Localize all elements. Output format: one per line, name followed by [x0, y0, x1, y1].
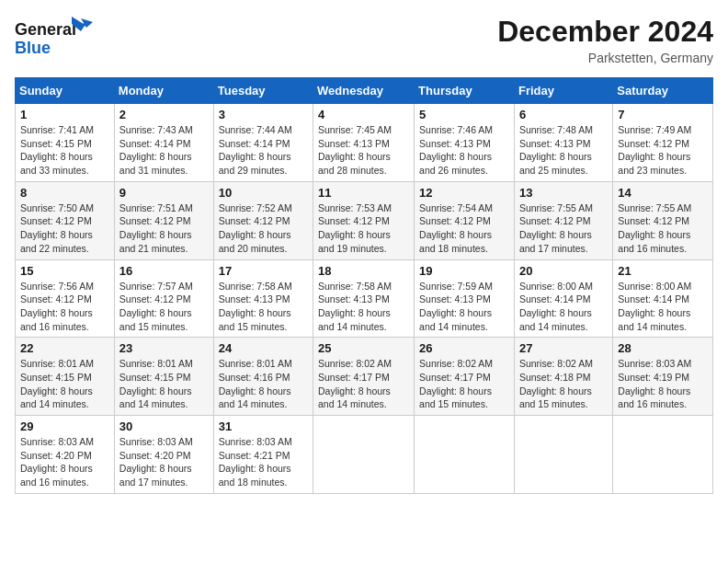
day-number: 19	[419, 264, 509, 278]
calendar-cell: 6Sunrise: 7:48 AMSunset: 4:13 PMDaylight…	[514, 104, 612, 182]
calendar-cell: 11Sunrise: 7:53 AMSunset: 4:12 PMDayligh…	[313, 181, 415, 259]
calendar-week-row: 8Sunrise: 7:50 AMSunset: 4:12 PMDaylight…	[16, 181, 713, 259]
day-info: Sunrise: 7:45 AMSunset: 4:13 PMDaylight:…	[318, 123, 409, 178]
location: Parkstetten, Germany	[497, 51, 713, 65]
calendar-cell: 14Sunrise: 7:55 AMSunset: 4:12 PMDayligh…	[613, 181, 713, 259]
day-info: Sunrise: 7:52 AMSunset: 4:12 PMDaylight:…	[219, 201, 308, 256]
day-number: 7	[618, 108, 708, 121]
day-number: 3	[219, 108, 308, 121]
day-info: Sunrise: 8:01 AMSunset: 4:15 PMDaylight:…	[20, 357, 109, 411]
day-info: Sunrise: 7:53 AMSunset: 4:12 PMDaylight:…	[318, 201, 409, 256]
calendar-cell: 3Sunrise: 7:44 AMSunset: 4:14 PMDaylight…	[213, 104, 313, 182]
day-info: Sunrise: 7:59 AMSunset: 4:13 PMDaylight:…	[419, 280, 509, 334]
svg-text:General: General	[15, 20, 76, 39]
day-info: Sunrise: 7:50 AMSunset: 4:12 PMDaylight:…	[20, 201, 109, 256]
calendar-cell: 21Sunrise: 8:00 AMSunset: 4:14 PMDayligh…	[613, 259, 713, 338]
calendar-cell: 20Sunrise: 8:00 AMSunset: 4:14 PMDayligh…	[514, 259, 612, 338]
calendar-cell	[313, 416, 415, 494]
calendar-cell: 25Sunrise: 8:02 AMSunset: 4:17 PMDayligh…	[313, 338, 415, 416]
calendar-week-row: 22Sunrise: 8:01 AMSunset: 4:15 PMDayligh…	[16, 338, 713, 416]
day-info: Sunrise: 7:41 AMSunset: 4:15 PMDaylight:…	[20, 123, 109, 178]
weekday-header-friday: Friday	[514, 78, 612, 104]
day-number: 23	[119, 341, 209, 355]
day-number: 31	[219, 419, 308, 433]
day-number: 11	[318, 186, 409, 200]
day-info: Sunrise: 7:48 AMSunset: 4:13 PMDaylight:…	[519, 123, 608, 178]
day-number: 10	[219, 186, 308, 200]
day-number: 16	[119, 264, 209, 278]
day-info: Sunrise: 7:44 AMSunset: 4:14 PMDaylight:…	[219, 123, 308, 178]
day-info: Sunrise: 7:51 AMSunset: 4:12 PMDaylight:…	[119, 201, 209, 256]
day-info: Sunrise: 8:02 AMSunset: 4:18 PMDaylight:…	[519, 357, 608, 411]
day-info: Sunrise: 7:46 AMSunset: 4:13 PMDaylight:…	[419, 123, 509, 178]
day-number: 21	[618, 264, 708, 278]
calendar-cell: 26Sunrise: 8:02 AMSunset: 4:17 PMDayligh…	[415, 338, 515, 416]
day-info: Sunrise: 8:03 AMSunset: 4:20 PMDaylight:…	[20, 435, 109, 489]
calendar-cell: 13Sunrise: 7:55 AMSunset: 4:12 PMDayligh…	[514, 181, 612, 259]
calendar-cell: 15Sunrise: 7:56 AMSunset: 4:12 PMDayligh…	[16, 259, 115, 338]
day-number: 30	[119, 419, 209, 433]
calendar-cell	[514, 416, 612, 494]
day-number: 9	[119, 186, 209, 200]
day-number: 6	[519, 108, 608, 121]
day-number: 26	[419, 341, 509, 355]
day-number: 25	[318, 341, 409, 355]
calendar-cell: 1Sunrise: 7:41 AMSunset: 4:15 PMDaylight…	[16, 104, 115, 182]
title-block: December 2024 Parkstetten, Germany	[497, 15, 713, 65]
calendar-cell: 30Sunrise: 8:03 AMSunset: 4:20 PMDayligh…	[114, 416, 213, 494]
weekday-header-monday: Monday	[114, 78, 213, 104]
day-info: Sunrise: 7:56 AMSunset: 4:12 PMDaylight:…	[20, 280, 109, 334]
day-number: 22	[20, 341, 109, 355]
day-number: 15	[20, 264, 109, 278]
day-info: Sunrise: 8:00 AMSunset: 4:14 PMDaylight:…	[618, 280, 708, 334]
day-info: Sunrise: 8:02 AMSunset: 4:17 PMDaylight:…	[318, 357, 409, 411]
day-info: Sunrise: 7:55 AMSunset: 4:12 PMDaylight:…	[618, 201, 708, 256]
calendar-cell: 19Sunrise: 7:59 AMSunset: 4:13 PMDayligh…	[415, 259, 515, 338]
day-info: Sunrise: 8:03 AMSunset: 4:19 PMDaylight:…	[618, 357, 708, 411]
day-info: Sunrise: 7:43 AMSunset: 4:14 PMDaylight:…	[119, 123, 209, 178]
day-number: 5	[419, 108, 509, 121]
day-info: Sunrise: 7:49 AMSunset: 4:12 PMDaylight:…	[618, 123, 708, 178]
day-number: 27	[519, 341, 608, 355]
calendar-cell: 17Sunrise: 7:58 AMSunset: 4:13 PMDayligh…	[213, 259, 313, 338]
weekday-header-tuesday: Tuesday	[213, 78, 313, 104]
page-header: General Blue December 2024 Parkstetten, …	[15, 15, 713, 66]
day-number: 29	[20, 419, 109, 433]
calendar-cell: 18Sunrise: 7:58 AMSunset: 4:13 PMDayligh…	[313, 259, 415, 338]
day-info: Sunrise: 8:01 AMSunset: 4:15 PMDaylight:…	[119, 357, 209, 411]
calendar-week-row: 15Sunrise: 7:56 AMSunset: 4:12 PMDayligh…	[16, 259, 713, 338]
svg-text:Blue: Blue	[15, 39, 51, 57]
day-info: Sunrise: 8:00 AMSunset: 4:14 PMDaylight:…	[519, 280, 608, 334]
day-number: 14	[618, 186, 708, 200]
calendar-cell: 27Sunrise: 8:02 AMSunset: 4:18 PMDayligh…	[514, 338, 612, 416]
calendar-cell: 9Sunrise: 7:51 AMSunset: 4:12 PMDaylight…	[114, 181, 213, 259]
day-number: 18	[318, 264, 409, 278]
calendar-cell: 24Sunrise: 8:01 AMSunset: 4:16 PMDayligh…	[213, 338, 313, 416]
month-title: December 2024	[497, 15, 713, 49]
weekday-header-row: SundayMondayTuesdayWednesdayThursdayFrid…	[16, 78, 713, 104]
day-number: 12	[419, 186, 509, 200]
calendar-cell: 4Sunrise: 7:45 AMSunset: 4:13 PMDaylight…	[313, 104, 415, 182]
weekday-header-saturday: Saturday	[613, 78, 713, 104]
day-number: 4	[318, 108, 409, 121]
weekday-header-wednesday: Wednesday	[313, 78, 415, 104]
calendar-cell: 23Sunrise: 8:01 AMSunset: 4:15 PMDayligh…	[114, 338, 213, 416]
calendar-cell: 28Sunrise: 8:03 AMSunset: 4:19 PMDayligh…	[613, 338, 713, 416]
day-info: Sunrise: 8:03 AMSunset: 4:21 PMDaylight:…	[219, 435, 308, 489]
day-info: Sunrise: 7:55 AMSunset: 4:12 PMDaylight:…	[519, 201, 608, 256]
day-number: 20	[519, 264, 608, 278]
calendar-cell: 29Sunrise: 8:03 AMSunset: 4:20 PMDayligh…	[16, 416, 115, 494]
day-number: 1	[20, 108, 109, 121]
calendar-cell: 10Sunrise: 7:52 AMSunset: 4:12 PMDayligh…	[213, 181, 313, 259]
day-number: 24	[219, 341, 308, 355]
day-info: Sunrise: 7:54 AMSunset: 4:12 PMDaylight:…	[419, 201, 509, 256]
calendar-cell: 12Sunrise: 7:54 AMSunset: 4:12 PMDayligh…	[415, 181, 515, 259]
calendar-cell: 8Sunrise: 7:50 AMSunset: 4:12 PMDaylight…	[16, 181, 115, 259]
calendar-week-row: 29Sunrise: 8:03 AMSunset: 4:20 PMDayligh…	[16, 416, 713, 494]
calendar-cell	[415, 416, 515, 494]
calendar-cell: 2Sunrise: 7:43 AMSunset: 4:14 PMDaylight…	[114, 104, 213, 182]
logo-svg: General Blue	[15, 15, 97, 63]
day-info: Sunrise: 8:01 AMSunset: 4:16 PMDaylight:…	[219, 357, 308, 411]
day-info: Sunrise: 8:03 AMSunset: 4:20 PMDaylight:…	[119, 435, 209, 489]
day-info: Sunrise: 7:57 AMSunset: 4:12 PMDaylight:…	[119, 280, 209, 334]
